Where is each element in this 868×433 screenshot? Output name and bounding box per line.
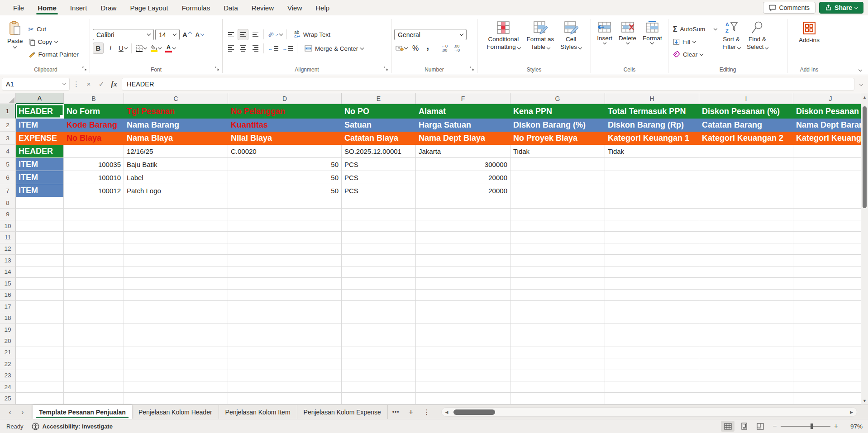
cell-B3[interactable]: No Biaya xyxy=(64,132,124,145)
cell-B6[interactable]: 100010 xyxy=(64,171,124,184)
cell-J18[interactable] xyxy=(793,312,868,324)
cell-C14[interactable] xyxy=(124,266,228,278)
row-header-14[interactable]: 14 xyxy=(0,266,16,278)
cell-A10[interactable] xyxy=(16,220,64,232)
cell-J16[interactable] xyxy=(793,290,868,301)
cell-C21[interactable] xyxy=(124,347,228,358)
cell-A5[interactable]: ITEM xyxy=(16,158,64,171)
italic-button[interactable]: I xyxy=(105,43,116,54)
formula-input[interactable]: HEADER xyxy=(122,78,854,90)
cell-I15[interactable] xyxy=(699,278,793,289)
cell-C24[interactable] xyxy=(124,381,228,393)
decrease-indent-button[interactable]: ← xyxy=(267,43,280,54)
next-sheet-icon[interactable]: › xyxy=(17,407,28,418)
cell-E13[interactable] xyxy=(342,255,416,266)
cell-E22[interactable] xyxy=(342,358,416,370)
cell-A18[interactable] xyxy=(16,312,64,324)
cell-J23[interactable] xyxy=(793,370,868,381)
cell-H6[interactable] xyxy=(605,171,699,184)
cell-A21[interactable] xyxy=(16,347,64,358)
row-header-9[interactable]: 9 xyxy=(0,209,16,220)
cell-G22[interactable] xyxy=(510,358,605,370)
bold-button[interactable]: B xyxy=(93,43,104,54)
cell-E1[interactable]: No PO xyxy=(342,104,416,119)
decrease-decimal-button[interactable]: .00→0 xyxy=(451,43,462,54)
wrap-text-button[interactable]: abc↩ Wrap Text xyxy=(292,29,332,40)
cell-G8[interactable] xyxy=(510,197,605,209)
cell-D18[interactable] xyxy=(228,312,342,324)
cell-D6[interactable]: 50 xyxy=(228,171,342,184)
cell-F22[interactable] xyxy=(416,358,510,370)
cell-E25[interactable] xyxy=(342,393,416,404)
cell-E12[interactable] xyxy=(342,243,416,255)
increase-decimal-button[interactable]: ←0.00 xyxy=(439,43,450,54)
fill-button[interactable]: Fill xyxy=(671,36,719,48)
comma-style-button[interactable]: , xyxy=(422,43,433,54)
cell-A7[interactable]: ITEM xyxy=(16,184,64,197)
collapse-ribbon-icon[interactable] xyxy=(858,68,862,71)
cell-B13[interactable] xyxy=(64,255,124,266)
cell-C5[interactable]: Baju Batik xyxy=(124,158,228,171)
cell-D19[interactable] xyxy=(228,324,342,335)
cell-J2[interactable]: Nama Dept Barang xyxy=(793,119,868,132)
row-header-6[interactable]: 6 xyxy=(0,171,16,184)
cell-F17[interactable] xyxy=(416,301,510,312)
cell-C17[interactable] xyxy=(124,301,228,312)
cell-H23[interactable] xyxy=(605,370,699,381)
cell-E10[interactable] xyxy=(342,220,416,232)
cell-F13[interactable] xyxy=(416,255,510,266)
cell-A22[interactable] xyxy=(16,358,64,370)
addins-button[interactable]: Add-ins xyxy=(796,18,822,65)
expand-formula-bar-icon[interactable] xyxy=(859,82,863,86)
cell-B21[interactable] xyxy=(64,347,124,358)
cell-J20[interactable] xyxy=(793,335,868,347)
cell-G1[interactable]: Kena PPN xyxy=(510,104,605,119)
cell-G25[interactable] xyxy=(510,393,605,404)
cell-B5[interactable]: 100035 xyxy=(64,158,124,171)
cell-J4[interactable] xyxy=(793,145,868,158)
cell-F14[interactable] xyxy=(416,266,510,278)
cell-B10[interactable] xyxy=(64,220,124,232)
cell-I20[interactable] xyxy=(699,335,793,347)
cell-A1[interactable]: HEADER xyxy=(16,104,64,119)
menu-tab-file[interactable]: File xyxy=(6,0,31,15)
cell-I3[interactable]: Kategori Keuangan 2 xyxy=(699,132,793,145)
cell-G5[interactable] xyxy=(510,158,605,171)
row-header-7[interactable]: 7 xyxy=(0,184,16,197)
cell-I5[interactable] xyxy=(699,158,793,171)
column-header-A[interactable]: A xyxy=(16,93,64,104)
cell-J5[interactable] xyxy=(793,158,868,171)
cell-C7[interactable]: Patch Logo xyxy=(124,184,228,197)
scroll-up-icon[interactable]: ▲ xyxy=(861,93,868,101)
cell-E16[interactable] xyxy=(342,290,416,301)
cell-F18[interactable] xyxy=(416,312,510,324)
cell-D25[interactable] xyxy=(228,393,342,404)
cell-F23[interactable] xyxy=(416,370,510,381)
cell-A16[interactable] xyxy=(16,290,64,301)
cell-B22[interactable] xyxy=(64,358,124,370)
insert-function-icon[interactable]: fx xyxy=(108,78,120,90)
cell-C20[interactable] xyxy=(124,335,228,347)
cell-J9[interactable] xyxy=(793,209,868,220)
cell-C13[interactable] xyxy=(124,255,228,266)
increase-font-size-button[interactable]: A xyxy=(181,29,193,40)
clear-button[interactable]: Clear xyxy=(671,49,719,61)
confirm-entry-icon[interactable]: ✓ xyxy=(95,78,107,90)
cut-button[interactable]: ✂ Cut xyxy=(27,24,81,35)
cell-C18[interactable] xyxy=(124,312,228,324)
cell-A23[interactable] xyxy=(16,370,64,381)
autosum-button[interactable]: Σ AutoSum xyxy=(671,24,719,35)
cell-F19[interactable] xyxy=(416,324,510,335)
cell-D17[interactable] xyxy=(228,301,342,312)
cell-D15[interactable] xyxy=(228,278,342,289)
menu-tab-draw[interactable]: Draw xyxy=(94,0,123,15)
cell-J17[interactable] xyxy=(793,301,868,312)
vertical-scrollbar[interactable]: ▲ ▼ xyxy=(861,93,868,404)
cell-F8[interactable] xyxy=(416,197,510,209)
cell-E4[interactable]: SO.2025.12.00001 xyxy=(342,145,416,158)
number-dialog-launcher-icon[interactable] xyxy=(470,66,474,72)
zoom-slider[interactable] xyxy=(781,426,830,427)
column-header-C[interactable]: C xyxy=(124,93,228,104)
menu-tab-view[interactable]: View xyxy=(281,0,309,15)
cell-B16[interactable] xyxy=(64,290,124,301)
